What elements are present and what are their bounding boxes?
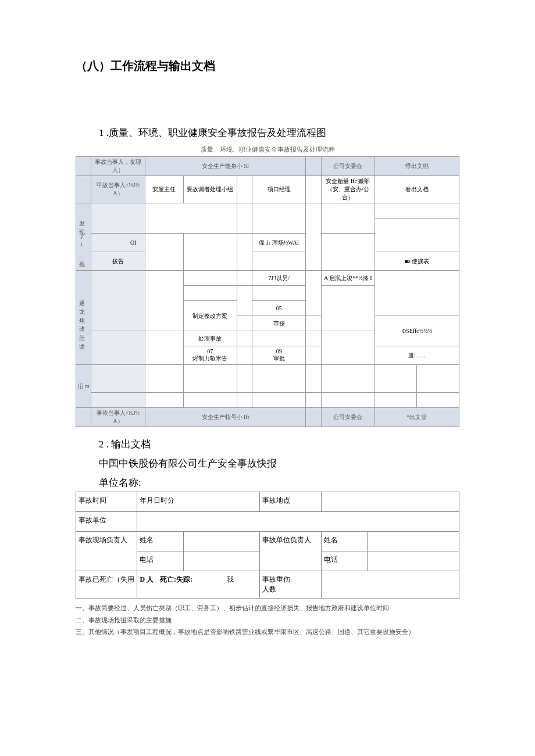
- flow-cell: 05: [252, 301, 306, 316]
- form-label: 姓名: [321, 532, 367, 551]
- flow-cell: 烬制力欹米告: [192, 355, 227, 361]
- flow-cell: 07: [207, 348, 213, 354]
- section-1-heading: 1 .质量、环境、职业健康安全事故报告及处理流程图: [76, 126, 459, 139]
- form-label: 事故重伤 人数: [260, 571, 321, 599]
- flow-cell: 09: [276, 348, 282, 354]
- flow-row-label: 遁 龙 焦 改 肚 谵: [77, 295, 85, 340]
- flow-row-label: 发 现 Jt 推: [77, 216, 85, 257]
- flow-bottom-header: 公司安委会: [321, 408, 374, 427]
- flow-top-header: 公司安委会: [321, 157, 374, 176]
- unit-name-label: 单位名称:: [99, 476, 459, 489]
- flow-caption: 质量、环境、职业健康安全事故报告及处理流程: [76, 145, 459, 154]
- flow-cell: 审批: [273, 355, 285, 361]
- flow-sub-header: 要故调者处理小组: [183, 176, 237, 203]
- main-heading: （八）工作流程与输出文档: [76, 58, 459, 74]
- section-2-heading: 2 . 输出文档: [99, 438, 459, 451]
- flow-bottom-header: *出文廿: [374, 408, 459, 427]
- flow-row-label: 旧 m: [77, 382, 90, 390]
- form-label: 事故现场负责人: [76, 532, 137, 571]
- flow-top-header: 事故当事人，友现人）: [91, 157, 145, 176]
- flow-cell: ΦSEffc½½½: [374, 316, 459, 346]
- form-cell: 我: [227, 575, 234, 585]
- flow-sub-header: 卷出文档: [374, 176, 459, 203]
- flow-top-header: 悸出文桃: [374, 157, 459, 176]
- flow-cell: 皿: . …: [374, 346, 459, 365]
- form-label: 姓名: [137, 532, 183, 551]
- flow-sub-header: 安屋主任: [145, 176, 183, 203]
- form-label: 电话: [321, 551, 367, 571]
- flow-cell: 制定整改方案: [183, 301, 237, 331]
- flow-cell: 7J'!以另/: [252, 271, 306, 286]
- flow-top-header: 安全生产髓身小 SI: [145, 157, 306, 176]
- form-label: 事故单位: [76, 512, 137, 532]
- note-line: 二、事故现场抢援采取的主要措施: [76, 615, 459, 625]
- output-doc-title: 中国中铁股份有限公司生产安全事故快报: [99, 457, 459, 470]
- flow-cell: 市按: [252, 316, 306, 331]
- flow-cell: 处理事放: [183, 331, 237, 346]
- flow-cell: ■a 使捩表: [374, 252, 459, 271]
- flow-diagram-table: 事故当事人，友现人） 安全生产髓身小 SI 公司安委会 悸出文桃 甲故当事人<½…: [76, 156, 459, 427]
- form-label: 事故单位负责人: [260, 532, 321, 571]
- flow-cell: 保 Jr 理场½WAI: [252, 234, 306, 252]
- flow-sub-header: 项口经理: [252, 176, 306, 203]
- flow-bottom-header: 安全生产犊号小 Ift: [145, 408, 306, 427]
- flow-sub-header: 安全贻量 Ifc 嫩部（安、重合办/公合）: [321, 176, 374, 203]
- incident-form-table: 事故时间 年月日时分 事故地点 事故单位 事故现场负责人 姓名 事故单位负责人 …: [76, 492, 459, 599]
- form-cell: D 人: [140, 575, 154, 583]
- form-label: 电话: [137, 551, 183, 571]
- flow-sub-header: 甲故当事人<½J½A）: [91, 176, 145, 203]
- form-cell: 死亡:失踪:: [160, 575, 192, 583]
- note-line: 三、其他情况（事发项目工程概况，事故地点是否影响铁路营业线或繁华闹市区、高速公路…: [76, 627, 459, 637]
- flow-bottom-header: 事依当事人<KJ½A）: [91, 408, 145, 427]
- form-label: 事故已死亡（失用: [76, 571, 137, 599]
- flow-cell: A 启泯上竣**½漆 I: [321, 271, 374, 286]
- form-label: 事故时间: [76, 492, 137, 512]
- form-label: 年月日时分: [137, 492, 260, 512]
- form-label: 事故地点: [260, 492, 321, 512]
- flow-cell: 拨告: [91, 252, 145, 271]
- flow-cell: OI: [91, 234, 145, 252]
- notes-block: 一、事故简要经过、人员伤亡类别（职工、劳务工）、初步估计的直接经济损失、报告地方…: [76, 603, 459, 637]
- note-line: 一、事故简要经过、人员伤亡类别（职工、劳务工）、初步估计的直接经济损失、报告地方…: [76, 603, 459, 613]
